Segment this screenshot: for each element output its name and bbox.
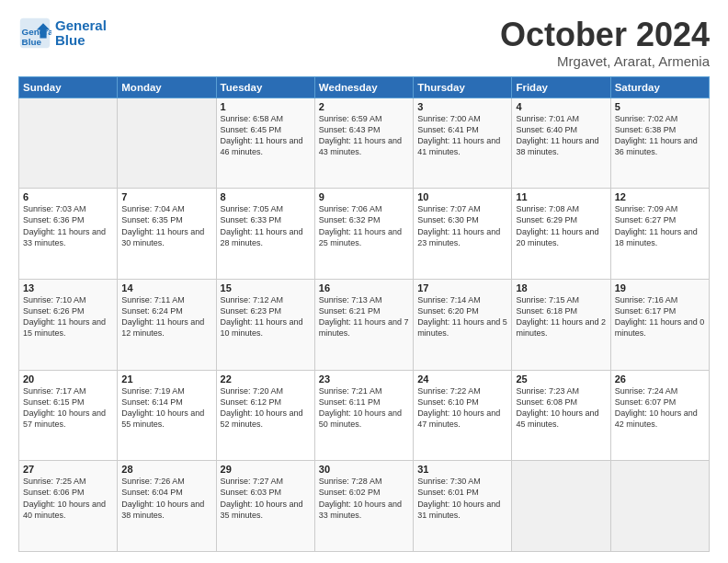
calendar-cell: 16Sunrise: 7:13 AM Sunset: 6:21 PM Dayli… bbox=[314, 279, 413, 370]
calendar-cell: 24Sunrise: 7:22 AM Sunset: 6:10 PM Dayli… bbox=[414, 370, 512, 461]
calendar-cell: 22Sunrise: 7:20 AM Sunset: 6:12 PM Dayli… bbox=[216, 370, 314, 461]
day-info: Sunrise: 7:20 AM Sunset: 6:12 PM Dayligh… bbox=[221, 385, 311, 431]
weekday-header-row: SundayMondayTuesdayWednesdayThursdayFrid… bbox=[19, 76, 710, 98]
day-info: Sunrise: 7:05 AM Sunset: 6:33 PM Dayligh… bbox=[221, 203, 311, 248]
day-info: Sunrise: 7:26 AM Sunset: 6:04 PM Dayligh… bbox=[121, 476, 211, 521]
day-number: 24 bbox=[417, 373, 507, 385]
day-number: 5 bbox=[615, 101, 705, 112]
day-info: Sunrise: 7:06 AM Sunset: 6:32 PM Dayligh… bbox=[319, 203, 409, 248]
logo-general: General bbox=[55, 17, 107, 33]
day-number: 1 bbox=[221, 101, 311, 112]
day-number: 8 bbox=[221, 191, 311, 202]
weekday-header-monday: Monday bbox=[118, 76, 216, 98]
day-number: 25 bbox=[516, 373, 606, 385]
day-info: Sunrise: 7:24 AM Sunset: 6:07 PM Dayligh… bbox=[615, 385, 705, 431]
calendar-week-1: 1Sunrise: 6:58 AM Sunset: 6:45 PM Daylig… bbox=[19, 98, 710, 189]
logo-icon: General Blue bbox=[18, 17, 51, 50]
day-info: Sunrise: 7:00 AM Sunset: 6:41 PM Dayligh… bbox=[417, 113, 507, 158]
day-number: 4 bbox=[516, 101, 606, 112]
day-info: Sunrise: 7:04 AM Sunset: 6:35 PM Dayligh… bbox=[121, 203, 211, 248]
calendar-cell: 2Sunrise: 6:59 AM Sunset: 6:43 PM Daylig… bbox=[314, 98, 413, 189]
day-number: 16 bbox=[319, 282, 409, 293]
day-info: Sunrise: 7:21 AM Sunset: 6:11 PM Dayligh… bbox=[319, 385, 409, 431]
calendar-cell: 12Sunrise: 7:09 AM Sunset: 6:27 PM Dayli… bbox=[610, 189, 709, 280]
day-number: 11 bbox=[516, 191, 606, 202]
calendar-cell bbox=[512, 461, 610, 552]
day-info: Sunrise: 7:09 AM Sunset: 6:27 PM Dayligh… bbox=[615, 203, 705, 248]
calendar-cell bbox=[610, 461, 709, 552]
day-number: 26 bbox=[615, 373, 705, 385]
calendar-cell: 13Sunrise: 7:10 AM Sunset: 6:26 PM Dayli… bbox=[19, 279, 118, 370]
calendar-cell: 23Sunrise: 7:21 AM Sunset: 6:11 PM Dayli… bbox=[314, 370, 413, 461]
day-info: Sunrise: 7:15 AM Sunset: 6:18 PM Dayligh… bbox=[516, 294, 606, 339]
day-number: 19 bbox=[615, 282, 705, 293]
day-number: 28 bbox=[121, 464, 211, 475]
calendar-cell: 19Sunrise: 7:16 AM Sunset: 6:17 PM Dayli… bbox=[610, 279, 709, 370]
calendar-cell: 26Sunrise: 7:24 AM Sunset: 6:07 PM Dayli… bbox=[610, 370, 709, 461]
calendar-cell: 4Sunrise: 7:01 AM Sunset: 6:40 PM Daylig… bbox=[512, 98, 610, 189]
calendar-cell: 9Sunrise: 7:06 AM Sunset: 6:32 PM Daylig… bbox=[314, 189, 413, 280]
calendar-cell: 17Sunrise: 7:14 AM Sunset: 6:20 PM Dayli… bbox=[414, 279, 512, 370]
day-info: Sunrise: 7:28 AM Sunset: 6:02 PM Dayligh… bbox=[319, 476, 409, 521]
calendar-week-2: 6Sunrise: 7:03 AM Sunset: 6:36 PM Daylig… bbox=[19, 189, 710, 280]
calendar-cell: 30Sunrise: 7:28 AM Sunset: 6:02 PM Dayli… bbox=[314, 461, 413, 552]
calendar-cell: 5Sunrise: 7:02 AM Sunset: 6:38 PM Daylig… bbox=[610, 98, 709, 189]
day-info: Sunrise: 7:12 AM Sunset: 6:23 PM Dayligh… bbox=[221, 294, 311, 339]
calendar-week-4: 20Sunrise: 7:17 AM Sunset: 6:15 PM Dayli… bbox=[19, 370, 710, 461]
weekday-header-wednesday: Wednesday bbox=[314, 76, 413, 98]
day-number: 23 bbox=[319, 373, 409, 385]
calendar-cell bbox=[118, 98, 216, 189]
calendar-table: SundayMondayTuesdayWednesdayThursdayFrid… bbox=[18, 76, 710, 552]
day-info: Sunrise: 7:11 AM Sunset: 6:24 PM Dayligh… bbox=[121, 294, 211, 339]
title-block: October 2024 Mrgavet, Ararat, Armenia bbox=[500, 17, 710, 69]
day-info: Sunrise: 7:25 AM Sunset: 6:06 PM Dayligh… bbox=[23, 476, 113, 521]
day-info: Sunrise: 7:08 AM Sunset: 6:29 PM Dayligh… bbox=[516, 203, 606, 248]
day-number: 22 bbox=[221, 373, 311, 385]
svg-text:Blue: Blue bbox=[22, 37, 42, 47]
calendar-cell: 25Sunrise: 7:23 AM Sunset: 6:08 PM Dayli… bbox=[512, 370, 610, 461]
calendar-cell: 1Sunrise: 6:58 AM Sunset: 6:45 PM Daylig… bbox=[216, 98, 314, 189]
weekday-header-tuesday: Tuesday bbox=[216, 76, 314, 98]
calendar-cell: 18Sunrise: 7:15 AM Sunset: 6:18 PM Dayli… bbox=[512, 279, 610, 370]
weekday-header-saturday: Saturday bbox=[610, 76, 709, 98]
calendar-cell: 15Sunrise: 7:12 AM Sunset: 6:23 PM Dayli… bbox=[216, 279, 314, 370]
day-number: 20 bbox=[23, 373, 113, 385]
day-number: 31 bbox=[417, 464, 507, 475]
day-number: 13 bbox=[23, 282, 113, 293]
day-info: Sunrise: 7:17 AM Sunset: 6:15 PM Dayligh… bbox=[23, 385, 113, 431]
weekday-header-friday: Friday bbox=[512, 76, 610, 98]
calendar-cell: 6Sunrise: 7:03 AM Sunset: 6:36 PM Daylig… bbox=[19, 189, 118, 280]
calendar-cell: 14Sunrise: 7:11 AM Sunset: 6:24 PM Dayli… bbox=[118, 279, 216, 370]
day-number: 7 bbox=[121, 191, 211, 202]
day-number: 14 bbox=[121, 282, 211, 293]
calendar-week-3: 13Sunrise: 7:10 AM Sunset: 6:26 PM Dayli… bbox=[19, 279, 710, 370]
day-number: 6 bbox=[23, 191, 113, 202]
day-info: Sunrise: 7:23 AM Sunset: 6:08 PM Dayligh… bbox=[516, 385, 606, 431]
calendar-cell: 29Sunrise: 7:27 AM Sunset: 6:03 PM Dayli… bbox=[216, 461, 314, 552]
header: General Blue General Blue October 2024 M… bbox=[18, 17, 710, 69]
day-info: Sunrise: 7:01 AM Sunset: 6:40 PM Dayligh… bbox=[516, 113, 606, 158]
day-number: 9 bbox=[319, 191, 409, 202]
day-info: Sunrise: 7:16 AM Sunset: 6:17 PM Dayligh… bbox=[615, 294, 705, 339]
day-number: 15 bbox=[221, 282, 311, 293]
day-info: Sunrise: 7:10 AM Sunset: 6:26 PM Dayligh… bbox=[23, 294, 113, 339]
calendar-week-5: 27Sunrise: 7:25 AM Sunset: 6:06 PM Dayli… bbox=[19, 461, 710, 552]
day-number: 10 bbox=[417, 191, 507, 202]
logo: General Blue General Blue bbox=[18, 17, 107, 50]
day-number: 3 bbox=[417, 101, 507, 112]
calendar-cell: 10Sunrise: 7:07 AM Sunset: 6:30 PM Dayli… bbox=[414, 189, 512, 280]
day-info: Sunrise: 7:27 AM Sunset: 6:03 PM Dayligh… bbox=[221, 476, 311, 521]
calendar-cell: 20Sunrise: 7:17 AM Sunset: 6:15 PM Dayli… bbox=[19, 370, 118, 461]
page: General Blue General Blue October 2024 M… bbox=[0, 0, 728, 563]
day-number: 12 bbox=[615, 191, 705, 202]
weekday-header-thursday: Thursday bbox=[414, 76, 512, 98]
month-title: October 2024 bbox=[500, 17, 710, 53]
day-info: Sunrise: 6:59 AM Sunset: 6:43 PM Dayligh… bbox=[319, 113, 409, 158]
day-number: 29 bbox=[221, 464, 311, 475]
day-info: Sunrise: 7:30 AM Sunset: 6:01 PM Dayligh… bbox=[417, 476, 507, 521]
calendar-cell: 11Sunrise: 7:08 AM Sunset: 6:29 PM Dayli… bbox=[512, 189, 610, 280]
day-info: Sunrise: 7:14 AM Sunset: 6:20 PM Dayligh… bbox=[417, 294, 507, 339]
day-number: 27 bbox=[23, 464, 113, 475]
day-number: 21 bbox=[121, 373, 211, 385]
day-info: Sunrise: 6:58 AM Sunset: 6:45 PM Dayligh… bbox=[221, 113, 311, 158]
